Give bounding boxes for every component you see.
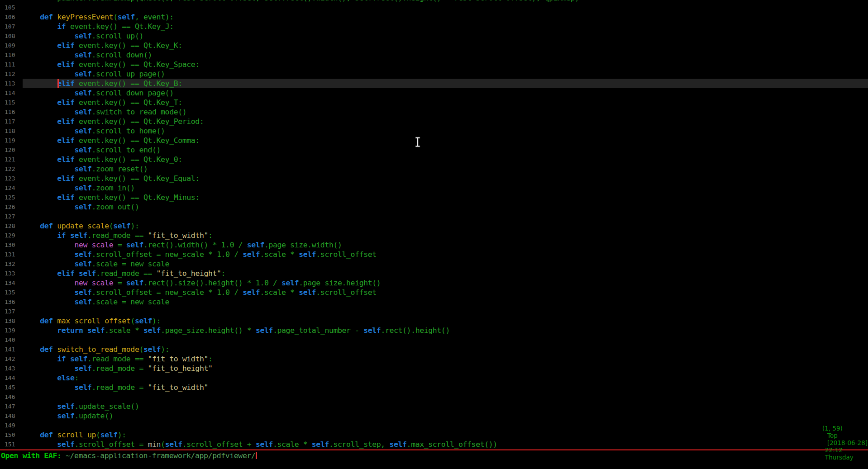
code-text bbox=[23, 392, 868, 402]
line-number: 143 bbox=[0, 364, 23, 373]
line-number: 146 bbox=[0, 392, 23, 402]
line-number: 127 bbox=[0, 212, 23, 221]
mouse-ibeam-cursor bbox=[415, 137, 421, 147]
minibuffer-prompt: Open with EAF: bbox=[1, 451, 66, 460]
code-line[interactable]: 115 elif event.key() == Qt.Key_T: bbox=[0, 98, 868, 107]
code-line[interactable]: 105 bbox=[0, 3, 868, 12]
code-text: elif event.key() == Qt.Key_0: bbox=[23, 155, 868, 164]
code-line[interactable]: 135 self.scroll_offset = new_scale * 1.0… bbox=[0, 288, 868, 297]
code-line[interactable]: 147 self.update_scale() bbox=[0, 402, 868, 411]
code-text: elif event.key() == Qt.Key_Space: bbox=[23, 60, 868, 69]
code-text: self.scroll_up_page() bbox=[23, 69, 868, 79]
line-number: 144 bbox=[0, 373, 23, 383]
code-line[interactable]: 113 elif event.key() == Qt.Key_B: bbox=[0, 79, 868, 88]
code-text: self.zoom_reset() bbox=[23, 164, 868, 174]
line-number: 130 bbox=[0, 240, 23, 250]
code-line[interactable]: 128 def update_scale(self): bbox=[0, 221, 868, 231]
code-line[interactable]: 126 self.zoom_out() bbox=[0, 202, 868, 212]
line-number: 106 bbox=[0, 12, 23, 22]
code-line[interactable]: 140 bbox=[0, 335, 868, 345]
code-text bbox=[23, 307, 868, 316]
code-line[interactable]: 131 self.scroll_offset = new_scale * 1.0… bbox=[0, 250, 868, 259]
code-line[interactable]: 144 else: bbox=[0, 373, 868, 383]
line-number: 121 bbox=[0, 155, 23, 164]
code-line[interactable]: 111 elif event.key() == Qt.Key_Space: bbox=[0, 60, 868, 69]
code-line[interactable]: 106 def keyPressEvent(self, event): bbox=[0, 12, 868, 22]
code-text: self.switch_to_read_mode() bbox=[23, 107, 868, 117]
line-number: 138 bbox=[0, 316, 23, 326]
code-line[interactable]: 117 elif event.key() == Qt.Key_Period: bbox=[0, 117, 868, 126]
editor-buffer[interactable]: 104 painter.drawPixmap(QRect(0, rest_scr… bbox=[0, 0, 868, 449]
code-line[interactable]: 112 self.scroll_up_page() bbox=[0, 69, 868, 79]
code-line[interactable]: 151 self.scroll_offset = min(self.scroll… bbox=[0, 440, 868, 449]
code-text: self.scroll_down() bbox=[23, 50, 868, 60]
code-line[interactable]: 129 if self.read_mode == "fit_to_width": bbox=[0, 231, 868, 240]
line-number: 108 bbox=[0, 31, 23, 41]
code-line[interactable]: 150 def scroll_up(self): bbox=[0, 430, 868, 440]
minibuffer-input[interactable]: ~/emacs-application-framework/app/pdfvie… bbox=[66, 451, 256, 460]
code-line[interactable]: 124 self.zoom_in() bbox=[0, 183, 868, 193]
code-text: self.scroll_offset = min(self.scroll_off… bbox=[23, 440, 868, 449]
line-number: 136 bbox=[0, 297, 23, 307]
code-text: if self.read_mode == "fit_to_width": bbox=[23, 354, 868, 364]
code-text: return self.scale * self.page_size.heigh… bbox=[23, 326, 868, 335]
time-label: 22:12 bbox=[825, 446, 843, 454]
line-number: 151 bbox=[0, 440, 23, 449]
line-number: 105 bbox=[0, 3, 23, 12]
code-text: self.update() bbox=[23, 411, 868, 421]
code-line[interactable]: 143 self.read_mode = "fit_to_height" bbox=[0, 364, 868, 373]
code-line[interactable]: 141 def switch_to_read_mode(self): bbox=[0, 345, 868, 354]
code-line[interactable]: 121 elif event.key() == Qt.Key_0: bbox=[0, 155, 868, 164]
code-line[interactable]: 125 elif event.key() == Qt.Key_Minus: bbox=[0, 193, 868, 202]
line-number: 139 bbox=[0, 326, 23, 335]
line-number: 145 bbox=[0, 383, 23, 392]
code-line[interactable]: 132 self.scale = new_scale bbox=[0, 259, 868, 269]
code-text: self.update_scale() bbox=[23, 402, 868, 411]
date-label: [2018-06-28] bbox=[827, 439, 868, 446]
code-line[interactable]: 134 new_scale = self.rect().size().heigh… bbox=[0, 278, 868, 288]
code-text: def max_scroll_offset(self): bbox=[23, 316, 868, 326]
code-line[interactable]: 142 if self.read_mode == "fit_to_width": bbox=[0, 354, 868, 364]
code-line[interactable]: 109 elif event.key() == Qt.Key_K: bbox=[0, 41, 868, 50]
minibuffer[interactable]: Open with EAF: ~/emacs-application-frame… bbox=[1, 451, 257, 461]
code-line[interactable]: 136 self.scale = new_scale bbox=[0, 297, 868, 307]
code-text: self.scroll_down_page() bbox=[23, 88, 868, 98]
cursor-position: (1, 59) bbox=[822, 425, 843, 432]
code-line[interactable]: 119 elif event.key() == Qt.Key_Comma: bbox=[0, 136, 868, 145]
code-line[interactable]: 116 self.switch_to_read_mode() bbox=[0, 107, 868, 117]
code-line[interactable]: 122 self.zoom_reset() bbox=[0, 164, 868, 174]
code-line[interactable]: 123 elif event.key() == Qt.Key_Equal: bbox=[0, 174, 868, 183]
code-line[interactable]: 114 self.scroll_down_page() bbox=[0, 88, 868, 98]
line-number: 118 bbox=[0, 126, 23, 136]
line-number: 150 bbox=[0, 430, 23, 440]
code-line[interactable]: 137 bbox=[0, 307, 868, 316]
line-number: 122 bbox=[0, 164, 23, 174]
code-text: self.zoom_out() bbox=[23, 202, 868, 212]
line-number: 123 bbox=[0, 174, 23, 183]
line-number: 111 bbox=[0, 60, 23, 69]
code-line[interactable]: 120 self.scroll_to_end() bbox=[0, 145, 868, 155]
code-line[interactable]: 107 if event.key() == Qt.Key_J: bbox=[0, 22, 868, 31]
code-text: self.scroll_to_end() bbox=[23, 145, 868, 155]
code-line[interactable]: 133 elif self.read_mode == "fit_to_heigh… bbox=[0, 269, 868, 278]
code-line[interactable]: 148 self.update() bbox=[0, 411, 868, 421]
code-text: self.scroll_offset = new_scale * 1.0 / s… bbox=[23, 288, 868, 297]
code-line[interactable]: 146 bbox=[0, 392, 868, 402]
code-line[interactable]: 149 bbox=[0, 421, 868, 430]
code-line[interactable]: 108 self.scroll_up() bbox=[0, 31, 868, 41]
code-line[interactable]: 139 return self.scale * self.page_size.h… bbox=[0, 326, 868, 335]
code-line[interactable]: 145 self.read_mode = "fit_to_width" bbox=[0, 383, 868, 392]
line-number: 135 bbox=[0, 288, 23, 297]
code-text: new_scale = self.rect().width() * 1.0 / … bbox=[23, 240, 868, 250]
code-text bbox=[23, 3, 868, 12]
code-line[interactable]: 110 self.scroll_down() bbox=[0, 50, 868, 60]
code-line[interactable]: 127 bbox=[0, 212, 868, 221]
code-text: def update_scale(self): bbox=[23, 221, 868, 231]
code-line[interactable]: 138 def max_scroll_offset(self): bbox=[0, 316, 868, 326]
line-number: 142 bbox=[0, 354, 23, 364]
code-line[interactable]: 118 self.scroll_to_home() bbox=[0, 126, 868, 136]
line-number: 107 bbox=[0, 22, 23, 31]
code-line[interactable]: 130 new_scale = self.rect().width() * 1.… bbox=[0, 240, 868, 250]
line-number: 109 bbox=[0, 41, 23, 50]
code-text: elif event.key() == Qt.Key_K: bbox=[23, 41, 868, 50]
